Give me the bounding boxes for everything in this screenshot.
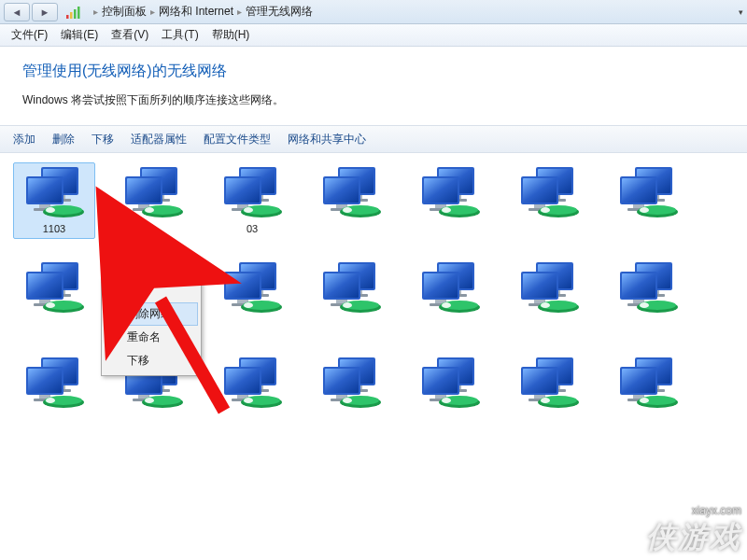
watermark-site: xiayx.com (646, 504, 741, 517)
context-menu-item[interactable]: 下移 (105, 349, 198, 372)
page-title: 管理使用(无线网络)的无线网络 (22, 62, 728, 81)
forward-button[interactable]: ► (32, 3, 58, 21)
network-label: 03 (247, 223, 258, 234)
network-label: 1103 (43, 223, 65, 234)
svg-rect-12 (70, 12, 73, 19)
network-icon (416, 262, 484, 315)
context-menu-item[interactable]: 重命名 (105, 326, 198, 349)
command-bar: 添加 删除 下移 适配器属性 配置文件类型 网络和共享中心 (0, 125, 747, 153)
menu-file[interactable]: 文件(F) (6, 25, 53, 45)
watermark: xiayx.com 侠游戏 (646, 504, 741, 558)
svg-rect-14 (78, 7, 80, 19)
network-item[interactable] (310, 162, 392, 239)
svg-rect-13 (74, 9, 77, 19)
network-icon (515, 167, 583, 219)
cmd-profile-type[interactable]: 配置文件类型 (204, 132, 271, 147)
network-item[interactable] (607, 353, 689, 418)
menu-help[interactable]: 帮助(H) (206, 25, 256, 45)
network-icon (21, 262, 88, 315)
network-item[interactable] (310, 353, 392, 418)
network-icon (614, 357, 682, 410)
network-icon (317, 262, 385, 315)
network-icon (614, 262, 682, 315)
breadcrumb-item[interactable]: 管理无线网络 (246, 4, 313, 20)
wireless-signal-icon (65, 5, 82, 20)
network-item[interactable] (508, 258, 590, 334)
network-icon (515, 357, 583, 410)
chevron-right-icon: ▸ (92, 7, 100, 17)
context-menu-item[interactable]: 属性 (105, 279, 198, 302)
breadcrumb[interactable]: ▸ 控制面板 ▸ 网络和 Internet ▸ 管理无线网络 ▾ (92, 4, 743, 20)
network-item[interactable] (13, 353, 95, 418)
network-icon (218, 167, 286, 219)
svg-rect-11 (66, 15, 69, 19)
menu-edit[interactable]: 编辑(E) (55, 25, 104, 45)
network-icon (218, 357, 286, 410)
back-button[interactable]: ◄ (4, 3, 30, 21)
cmd-movedown[interactable]: 下移 (92, 132, 114, 147)
network-icon (21, 167, 88, 219)
breadcrumb-item[interactable]: 网络和 Internet (159, 4, 233, 20)
network-icon (416, 167, 484, 219)
network-item[interactable] (211, 258, 293, 334)
network-item[interactable] (508, 353, 590, 418)
network-item[interactable] (607, 258, 689, 334)
network-item[interactable] (607, 162, 689, 239)
network-icon (317, 357, 385, 410)
page-header: 管理使用(无线网络)的无线网络 Windows 将尝试按照下面所列的顺序连接这些… (0, 47, 747, 112)
menu-bar: 文件(F) 编辑(E) 查看(V) 工具(T) 帮助(H) (0, 24, 747, 47)
network-item[interactable]: 03 (211, 162, 293, 239)
network-item[interactable] (112, 162, 194, 239)
network-item[interactable] (508, 162, 590, 239)
menu-view[interactable]: 查看(V) (106, 25, 154, 45)
network-icon (120, 167, 187, 219)
cmd-network-center[interactable]: 网络和共享中心 (288, 132, 366, 147)
breadcrumb-item[interactable]: 控制面板 (102, 4, 147, 20)
context-menu: 属性删除网络重命名下移 (101, 275, 202, 376)
cmd-adapter-props[interactable]: 适配器属性 (131, 132, 187, 147)
network-item[interactable] (310, 258, 392, 334)
network-icon (416, 357, 484, 410)
network-item[interactable] (409, 162, 491, 239)
network-icon (218, 262, 286, 315)
network-icon (21, 357, 88, 410)
network-item[interactable] (13, 258, 95, 334)
network-item[interactable] (409, 353, 491, 418)
network-icon (317, 167, 385, 219)
network-icon (614, 167, 682, 219)
cmd-add[interactable]: 添加 (13, 132, 35, 147)
network-icon (515, 262, 583, 315)
title-bar: ◄ ► ▸ 控制面板 ▸ 网络和 Internet ▸ 管理无线网络 ▾ (0, 0, 747, 24)
chevron-right-icon: ▸ (235, 7, 244, 17)
watermark-brand: 侠游戏 (646, 517, 741, 558)
context-menu-item[interactable]: 删除网络 (105, 302, 198, 326)
network-item[interactable]: 1103 (13, 162, 95, 239)
chevron-down-icon[interactable]: ▾ (739, 7, 743, 17)
cmd-delete[interactable]: 删除 (52, 132, 75, 147)
chevron-right-icon: ▸ (148, 7, 157, 17)
page-description: Windows 将尝试按照下面所列的顺序连接这些网络。 (22, 92, 728, 108)
menu-tools[interactable]: 工具(T) (156, 25, 204, 45)
network-item[interactable] (409, 258, 491, 334)
network-item[interactable] (211, 353, 293, 418)
